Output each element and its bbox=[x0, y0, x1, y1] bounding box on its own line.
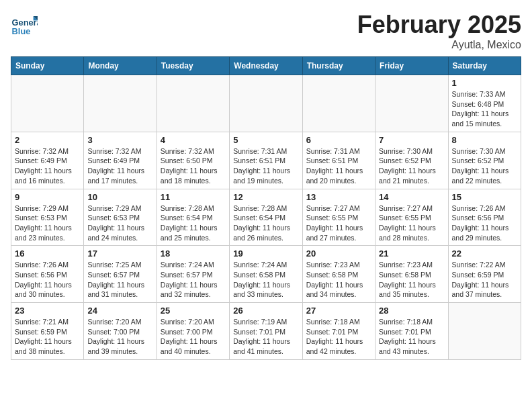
table-row: 20Sunrise: 7:23 AM Sunset: 6:58 PM Dayli… bbox=[302, 246, 375, 303]
calendar-week-row: 1Sunrise: 7:33 AM Sunset: 6:48 PM Daylig… bbox=[11, 75, 521, 132]
day-info: Sunrise: 7:22 AM Sunset: 6:59 PM Dayligh… bbox=[452, 260, 517, 300]
col-wednesday: Wednesday bbox=[230, 57, 302, 75]
day-info: Sunrise: 7:24 AM Sunset: 6:57 PM Dayligh… bbox=[161, 260, 226, 300]
calendar-week-row: 2Sunrise: 7:32 AM Sunset: 6:49 PM Daylig… bbox=[11, 132, 521, 189]
table-row: 15Sunrise: 7:26 AM Sunset: 6:56 PM Dayli… bbox=[448, 189, 521, 246]
day-info: Sunrise: 7:23 AM Sunset: 6:58 PM Dayligh… bbox=[306, 260, 371, 300]
day-info: Sunrise: 7:27 AM Sunset: 6:55 PM Dayligh… bbox=[379, 203, 444, 243]
day-number: 12 bbox=[233, 192, 298, 202]
table-row bbox=[302, 75, 375, 132]
day-info: Sunrise: 7:28 AM Sunset: 6:54 PM Dayligh… bbox=[161, 203, 226, 243]
day-info: Sunrise: 7:29 AM Sunset: 6:53 PM Dayligh… bbox=[87, 203, 152, 243]
day-info: Sunrise: 7:26 AM Sunset: 6:56 PM Dayligh… bbox=[452, 203, 517, 243]
day-number: 15 bbox=[452, 192, 517, 202]
calendar-header-row: Sunday Monday Tuesday Wednesday Thursday… bbox=[11, 57, 521, 75]
table-row bbox=[84, 75, 157, 132]
day-number: 5 bbox=[233, 135, 298, 145]
col-tuesday: Tuesday bbox=[157, 57, 229, 75]
col-monday: Monday bbox=[84, 57, 157, 75]
day-info: Sunrise: 7:32 AM Sunset: 6:49 PM Dayligh… bbox=[15, 146, 80, 186]
calendar-table: Sunday Monday Tuesday Wednesday Thursday… bbox=[11, 56, 521, 360]
day-info: Sunrise: 7:23 AM Sunset: 6:58 PM Dayligh… bbox=[379, 260, 444, 300]
day-number: 16 bbox=[15, 248, 80, 259]
table-row: 1Sunrise: 7:33 AM Sunset: 6:48 PM Daylig… bbox=[448, 75, 521, 132]
day-info: Sunrise: 7:25 AM Sunset: 6:57 PM Dayligh… bbox=[87, 260, 152, 300]
month-title: February 2025 bbox=[357, 11, 521, 39]
day-number: 22 bbox=[452, 248, 517, 259]
table-row: 12Sunrise: 7:28 AM Sunset: 6:54 PM Dayli… bbox=[230, 189, 302, 246]
day-info: Sunrise: 7:18 AM Sunset: 7:01 PM Dayligh… bbox=[379, 317, 444, 357]
col-thursday: Thursday bbox=[302, 57, 375, 75]
table-row bbox=[230, 75, 302, 132]
day-info: Sunrise: 7:30 AM Sunset: 6:52 PM Dayligh… bbox=[452, 146, 517, 186]
table-row bbox=[448, 303, 521, 360]
table-row: 27Sunrise: 7:18 AM Sunset: 7:01 PM Dayli… bbox=[302, 303, 375, 360]
day-info: Sunrise: 7:31 AM Sunset: 6:51 PM Dayligh… bbox=[233, 146, 298, 186]
table-row: 10Sunrise: 7:29 AM Sunset: 6:53 PM Dayli… bbox=[84, 189, 157, 246]
day-info: Sunrise: 7:30 AM Sunset: 6:52 PM Dayligh… bbox=[379, 146, 444, 186]
calendar-week-row: 9Sunrise: 7:29 AM Sunset: 6:53 PM Daylig… bbox=[11, 189, 521, 246]
page-header: General Blue February 2025 Ayutla, Mexic… bbox=[11, 11, 521, 51]
table-row: 14Sunrise: 7:27 AM Sunset: 6:55 PM Dayli… bbox=[375, 189, 448, 246]
table-row: 3Sunrise: 7:32 AM Sunset: 6:49 PM Daylig… bbox=[84, 132, 157, 189]
day-number: 25 bbox=[161, 306, 226, 316]
day-number: 11 bbox=[161, 192, 226, 202]
day-number: 10 bbox=[87, 192, 152, 202]
day-number: 28 bbox=[379, 306, 444, 316]
title-block: February 2025 Ayutla, Mexico bbox=[357, 11, 521, 51]
day-info: Sunrise: 7:21 AM Sunset: 6:59 PM Dayligh… bbox=[15, 317, 80, 357]
day-number: 18 bbox=[161, 248, 226, 259]
day-number: 20 bbox=[306, 248, 371, 259]
day-info: Sunrise: 7:20 AM Sunset: 7:00 PM Dayligh… bbox=[161, 317, 226, 357]
table-row: 23Sunrise: 7:21 AM Sunset: 6:59 PM Dayli… bbox=[11, 303, 84, 360]
table-row: 24Sunrise: 7:20 AM Sunset: 7:00 PM Dayli… bbox=[84, 303, 157, 360]
day-info: Sunrise: 7:24 AM Sunset: 6:58 PM Dayligh… bbox=[233, 260, 298, 300]
day-number: 24 bbox=[87, 306, 152, 316]
logo-icon: General Blue bbox=[11, 11, 38, 38]
table-row: 25Sunrise: 7:20 AM Sunset: 7:00 PM Dayli… bbox=[157, 303, 229, 360]
day-info: Sunrise: 7:29 AM Sunset: 6:53 PM Dayligh… bbox=[15, 203, 80, 243]
col-friday: Friday bbox=[375, 57, 448, 75]
table-row: 8Sunrise: 7:30 AM Sunset: 6:52 PM Daylig… bbox=[448, 132, 521, 189]
day-info: Sunrise: 7:32 AM Sunset: 6:49 PM Dayligh… bbox=[87, 146, 152, 186]
day-info: Sunrise: 7:33 AM Sunset: 6:48 PM Dayligh… bbox=[452, 89, 517, 129]
table-row: 4Sunrise: 7:32 AM Sunset: 6:50 PM Daylig… bbox=[157, 132, 229, 189]
table-row: 9Sunrise: 7:29 AM Sunset: 6:53 PM Daylig… bbox=[11, 189, 84, 246]
table-row bbox=[11, 75, 84, 132]
table-row: 7Sunrise: 7:30 AM Sunset: 6:52 PM Daylig… bbox=[375, 132, 448, 189]
day-number: 7 bbox=[379, 135, 444, 145]
day-number: 26 bbox=[233, 306, 298, 316]
table-row: 16Sunrise: 7:26 AM Sunset: 6:56 PM Dayli… bbox=[11, 246, 84, 303]
calendar-week-row: 16Sunrise: 7:26 AM Sunset: 6:56 PM Dayli… bbox=[11, 246, 521, 303]
day-number: 23 bbox=[15, 306, 80, 316]
day-number: 17 bbox=[87, 248, 152, 259]
day-number: 2 bbox=[15, 135, 80, 145]
day-number: 8 bbox=[452, 135, 517, 145]
calendar-week-row: 23Sunrise: 7:21 AM Sunset: 6:59 PM Dayli… bbox=[11, 303, 521, 360]
table-row: 11Sunrise: 7:28 AM Sunset: 6:54 PM Dayli… bbox=[157, 189, 229, 246]
day-info: Sunrise: 7:32 AM Sunset: 6:50 PM Dayligh… bbox=[161, 146, 226, 186]
day-info: Sunrise: 7:27 AM Sunset: 6:55 PM Dayligh… bbox=[306, 203, 371, 243]
day-number: 13 bbox=[306, 192, 371, 202]
table-row: 19Sunrise: 7:24 AM Sunset: 6:58 PM Dayli… bbox=[230, 246, 302, 303]
day-info: Sunrise: 7:26 AM Sunset: 6:56 PM Dayligh… bbox=[15, 260, 80, 300]
day-number: 6 bbox=[306, 135, 371, 145]
svg-text:Blue: Blue bbox=[12, 26, 31, 36]
day-number: 19 bbox=[233, 248, 298, 259]
day-info: Sunrise: 7:31 AM Sunset: 6:51 PM Dayligh… bbox=[306, 146, 371, 186]
table-row: 13Sunrise: 7:27 AM Sunset: 6:55 PM Dayli… bbox=[302, 189, 375, 246]
logo: General Blue bbox=[11, 11, 40, 38]
table-row bbox=[375, 75, 448, 132]
day-number: 27 bbox=[306, 306, 371, 316]
day-number: 9 bbox=[15, 192, 80, 202]
table-row: 17Sunrise: 7:25 AM Sunset: 6:57 PM Dayli… bbox=[84, 246, 157, 303]
col-sunday: Sunday bbox=[11, 57, 84, 75]
day-number: 14 bbox=[379, 192, 444, 202]
table-row: 18Sunrise: 7:24 AM Sunset: 6:57 PM Dayli… bbox=[157, 246, 229, 303]
location: Ayutla, Mexico bbox=[357, 39, 521, 51]
day-number: 21 bbox=[379, 248, 444, 259]
day-info: Sunrise: 7:28 AM Sunset: 6:54 PM Dayligh… bbox=[233, 203, 298, 243]
day-info: Sunrise: 7:19 AM Sunset: 7:01 PM Dayligh… bbox=[233, 317, 298, 357]
day-number: 4 bbox=[161, 135, 226, 145]
table-row: 22Sunrise: 7:22 AM Sunset: 6:59 PM Dayli… bbox=[448, 246, 521, 303]
